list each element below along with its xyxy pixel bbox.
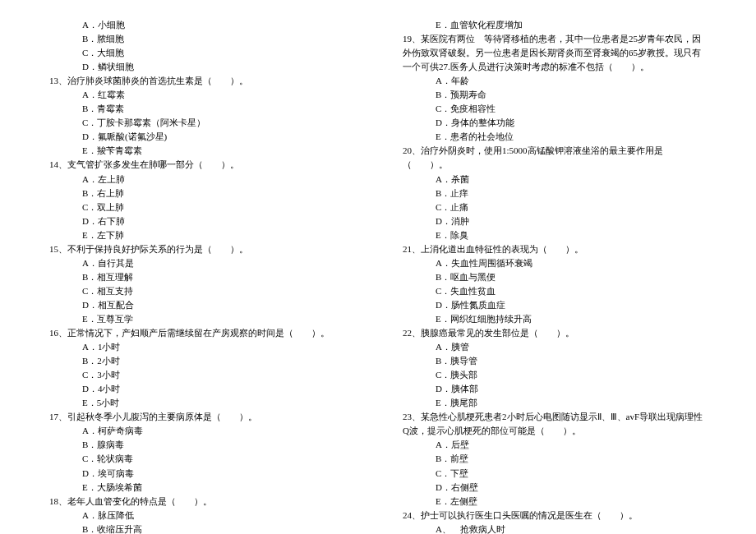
option: A．红霉素: [49, 88, 353, 102]
option: C．轮状病毒: [49, 452, 353, 466]
option: E．左侧壁: [403, 495, 707, 509]
option: A．自行其是: [49, 256, 353, 270]
question-13: 13、治疗肺炎球菌肺炎的首选抗生素是（ ）。: [49, 74, 353, 88]
option: B．青霉素: [49, 102, 353, 116]
option: E．患者的社会地位: [403, 130, 707, 144]
option: A、 抢救病人时: [403, 522, 707, 534]
option: B．脓细胞: [49, 32, 353, 46]
option: A．1小时: [49, 340, 353, 354]
option: B．止痒: [403, 186, 707, 200]
option: B．2小时: [49, 354, 353, 368]
option: E．除臭: [403, 228, 707, 242]
option: D．相互配合: [49, 298, 353, 312]
option: A．后壁: [403, 438, 707, 452]
option: E．互尊互学: [49, 312, 353, 326]
option: D．右侧壁: [403, 481, 707, 495]
option: E．大肠埃希菌: [49, 481, 353, 495]
option: C．丁胺卡那霉素（阿米卡星）: [49, 116, 353, 130]
option: C．失血性贫血: [403, 284, 707, 298]
option: B．相互理解: [49, 270, 353, 284]
option: A．柯萨奇病毒: [49, 424, 353, 438]
option: A．年龄: [403, 74, 707, 88]
option: D．右下肺: [49, 214, 353, 228]
question-22: 22、胰腺癌最常见的发生部位是（ ）。: [403, 326, 707, 340]
option: C．大细胞: [49, 46, 353, 60]
question-21: 21、上消化道出血特征性的表现为（ ）。: [403, 242, 707, 256]
question-23: 23、某急性心肌梗死患者2小时后心电图随访显示Ⅱ、Ⅲ、avF导联出现病理性Q波，…: [403, 410, 707, 438]
option: A．胰管: [403, 340, 707, 354]
question-24: 24、护士可以执行医生口头医嘱的情况是医生在（ ）。: [403, 509, 707, 522]
option: E．网织红细胞持续升高: [403, 312, 707, 326]
option: C．相互支持: [49, 284, 353, 298]
left-column: A．小细胞 B．脓细胞 C．大细胞 D．鳞状细胞 13、治疗肺炎球菌肺炎的首选抗…: [49, 18, 353, 534]
option: A．小细胞: [49, 18, 353, 32]
option: B．前壁: [403, 452, 707, 466]
option: D．氟哌酸(诺氟沙星): [49, 130, 353, 144]
option: B．收缩压升高: [49, 522, 353, 534]
option: D．消肿: [403, 214, 707, 228]
option: B．腺病毒: [49, 438, 353, 452]
question-14: 14、支气管扩张多发生在肺哪一部分（ ）。: [49, 158, 353, 172]
option: D．埃可病毒: [49, 467, 353, 481]
question-19: 19、某医院有两位 等待肾移植的患者，其中一位患者是25岁青年农民，因外伤致双肾…: [403, 32, 707, 74]
option: E．胰尾部: [403, 396, 707, 410]
option: A．左上肺: [49, 173, 353, 186]
right-column: E．血管软化程度增加 19、某医院有两位 等待肾移植的患者，其中一位患者是25岁…: [403, 18, 707, 534]
option: C．3小时: [49, 368, 353, 382]
option: B．胰导管: [403, 354, 707, 368]
option: C．免疫相容性: [403, 102, 707, 116]
option: E．5小时: [49, 396, 353, 410]
option: B．呕血与黑便: [403, 270, 707, 284]
question-20: 20、治疗外阴炎时，使用1:5000高锰酸钾溶液坐浴的最主要作用是（ ）。: [403, 144, 707, 172]
option: A．失血性周围循环衰竭: [403, 256, 707, 270]
option: D．鳞状细胞: [49, 60, 353, 74]
option: E．羧苄青霉素: [49, 144, 353, 158]
question-17: 17、引起秋冬季小儿腹泻的主要病原体是（ ）。: [49, 410, 353, 424]
option: B．右上肺: [49, 186, 353, 200]
option: D．4小时: [49, 382, 353, 396]
option: C．止痛: [403, 200, 707, 214]
question-18: 18、老年人血管变化的特点是（ ）。: [49, 495, 353, 509]
option: C．双上肺: [49, 200, 353, 214]
option: D．胰体部: [403, 382, 707, 396]
option: C．下壁: [403, 467, 707, 481]
option: D．肠性氮质血症: [403, 298, 707, 312]
option: C．胰头部: [403, 368, 707, 382]
option: E．血管软化程度增加: [403, 18, 707, 32]
option: D．身体的整体功能: [403, 116, 707, 130]
page-body: A．小细胞 B．脓细胞 C．大细胞 D．鳞状细胞 13、治疗肺炎球菌肺炎的首选抗…: [0, 0, 756, 534]
option: B．预期寿命: [403, 88, 707, 102]
option: A．脉压降低: [49, 509, 353, 522]
question-16: 16、正常情况下，产妇顺产后需继续留在产房观察的时间是（ ）。: [49, 326, 353, 340]
question-15: 15、不利于保持良好护际关系的行为是（ ）。: [49, 242, 353, 256]
option: E．左下肺: [49, 228, 353, 242]
option: A．杀菌: [403, 173, 707, 186]
